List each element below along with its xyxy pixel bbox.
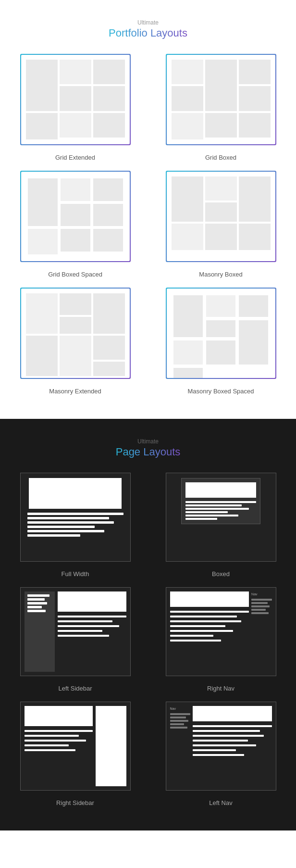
- masonry-extended-preview-inner: [21, 289, 130, 378]
- text-line: [170, 625, 225, 627]
- cell: [26, 60, 58, 111]
- grid-boxed-spaced-preview-inner: [21, 172, 130, 261]
- side-line: [27, 610, 46, 612]
- main-area: [170, 591, 249, 672]
- nav-line: [170, 723, 185, 725]
- layout-item-left-sidebar[interactable]: Left Sidebar: [10, 587, 141, 692]
- layout-item-grid-boxed[interactable]: Grid Boxed: [155, 54, 286, 161]
- text-line: [185, 518, 217, 520]
- text-line: [25, 730, 93, 732]
- cell: [239, 60, 271, 84]
- boxed-label: Boxed: [212, 570, 230, 578]
- cell: [93, 362, 125, 376]
- cell: [239, 224, 271, 250]
- left-nav-label: Left Nav: [209, 799, 232, 806]
- layout-item-masonry-boxed[interactable]: Masonry Boxed: [155, 171, 286, 278]
- hero-bar: [29, 478, 122, 509]
- full-width-preview: [20, 473, 131, 562]
- layout-item-left-nav[interactable]: Nav Left Nav: [155, 702, 286, 806]
- text-line: [58, 620, 112, 622]
- right-nav-preview: Nav: [166, 587, 276, 676]
- nav-line: [251, 599, 271, 601]
- cell: [205, 202, 237, 222]
- masonry-boxed-spaced-preview-inner: [167, 289, 275, 378]
- cell: [60, 293, 91, 315]
- nav-line: [251, 612, 269, 614]
- cell: [172, 60, 203, 84]
- nav-line: [251, 602, 268, 604]
- layout-item-masonry-extended[interactable]: Masonry Extended: [10, 288, 141, 395]
- nav-label: Nav: [251, 592, 271, 596]
- text-line: [193, 735, 264, 737]
- grid-boxed-spaced-preview-border: [20, 171, 131, 262]
- layout-item-full-width[interactable]: Full Width: [10, 473, 141, 578]
- cell: [93, 204, 123, 226]
- text-line: [185, 508, 249, 510]
- nav-line: [170, 727, 187, 729]
- text-line: [27, 530, 104, 532]
- text-line: [27, 534, 80, 537]
- masonry-boxed-spaced-preview-border: [166, 288, 276, 379]
- cell: [205, 113, 237, 138]
- cell: [93, 60, 125, 84]
- text-line: [58, 616, 126, 617]
- cell: [60, 336, 91, 376]
- portfolio-section: Ultimate Portfolio Layouts: [0, 0, 296, 419]
- text-line: [27, 526, 95, 528]
- cell: [173, 295, 203, 337]
- text-line: [25, 740, 86, 742]
- sidebar-col: [96, 706, 126, 786]
- cell: [61, 178, 90, 201]
- nav-line: [170, 720, 188, 722]
- cell: [172, 224, 203, 250]
- grid-boxed-label: Grid Boxed: [205, 154, 236, 161]
- masonry-boxed-preview-border: [166, 171, 276, 262]
- layout-item-grid-extended[interactable]: Grid Extended: [10, 54, 141, 161]
- page-label: Ultimate: [10, 438, 286, 445]
- layout-item-masonry-boxed-spaced[interactable]: Masonry Boxed Spaced: [155, 288, 286, 395]
- full-width-label: Full Width: [62, 570, 89, 578]
- right-sidebar-label: Right Sidebar: [56, 799, 94, 806]
- text-line: [193, 725, 272, 727]
- text-line: [185, 515, 238, 516]
- cell: [173, 368, 203, 378]
- nav-col: Nav: [170, 706, 190, 786]
- layout-item-right-nav[interactable]: Nav Right Nav: [155, 587, 286, 692]
- masonry-extended-preview-border: [20, 288, 131, 379]
- main-col: [58, 591, 126, 672]
- layout-item-right-sidebar[interactable]: Right Sidebar: [10, 702, 141, 806]
- layout-item-boxed[interactable]: Boxed: [155, 473, 286, 578]
- cell: [60, 86, 91, 111]
- cell: [93, 229, 123, 252]
- grid-extended-label: Grid Extended: [55, 154, 95, 161]
- text-line: [25, 749, 76, 751]
- text-line: [27, 521, 114, 524]
- masonry-boxed-spaced-label: Masonry Boxed Spaced: [187, 388, 254, 395]
- side-line: [27, 606, 42, 608]
- right-sidebar-preview: [20, 702, 131, 791]
- text-line: [27, 513, 123, 515]
- masonry-boxed-label: Masonry Boxed: [199, 271, 242, 278]
- text-line: [25, 744, 69, 746]
- layout-item-grid-boxed-spaced[interactable]: Grid Boxed Spaced: [10, 171, 141, 278]
- boxed-preview: [166, 473, 276, 562]
- main-area: [193, 706, 272, 786]
- sidebar-col: [25, 591, 55, 672]
- text-line: [58, 635, 109, 637]
- cell: [93, 113, 125, 138]
- cell: [206, 295, 235, 317]
- cell: [239, 113, 271, 138]
- grid-boxed-spaced-label: Grid Boxed Spaced: [48, 271, 102, 278]
- left-nav-preview: Nav: [166, 702, 276, 791]
- grid-extended-preview-inner: [21, 55, 130, 144]
- portfolio-label: Ultimate: [10, 19, 286, 26]
- portfolio-layouts-grid: Grid Extended Grid B: [10, 54, 286, 395]
- side-line: [27, 594, 49, 597]
- hero-sm: [58, 591, 126, 612]
- nav-line: [170, 713, 190, 715]
- masonry-boxed-preview-inner: [167, 172, 275, 261]
- right-nav-label: Right Nav: [207, 685, 234, 692]
- text-line: [170, 635, 214, 637]
- text-line: [185, 501, 256, 503]
- grid-boxed-preview-inner: [167, 55, 275, 144]
